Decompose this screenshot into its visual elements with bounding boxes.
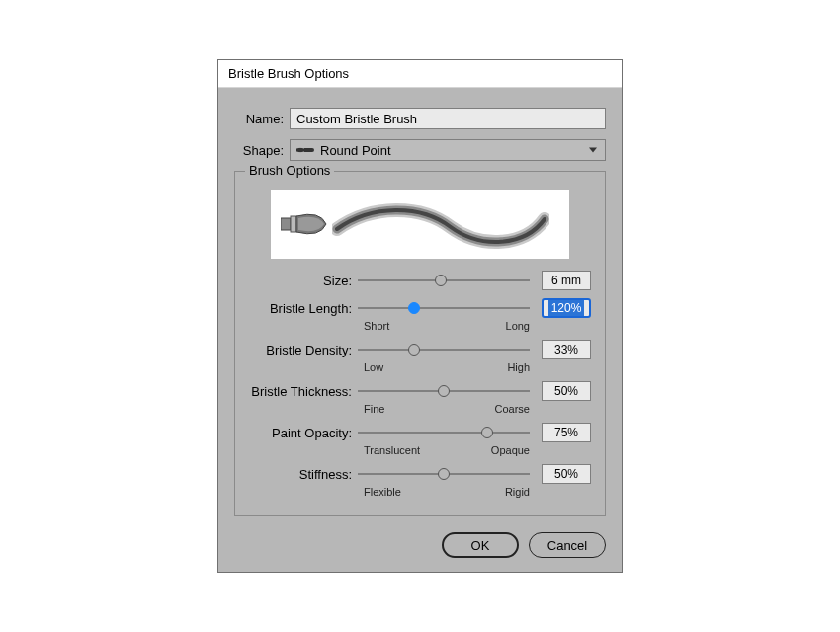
- length-range-low: Short: [364, 320, 389, 332]
- shape-select[interactable]: Round Point: [290, 139, 606, 161]
- size-slider-row: Size:6 mm: [249, 271, 591, 290]
- thickness-slider[interactable]: [358, 381, 530, 401]
- dialog-buttons: OK Cancel: [234, 532, 606, 558]
- opacity-value-input[interactable]: 75%: [542, 423, 591, 442]
- length-range-labels: ShortLong: [364, 320, 530, 332]
- opacity-label: Paint Opacity:: [249, 426, 358, 440]
- thickness-range-high: Coarse: [495, 403, 530, 415]
- shape-row: Shape: Round Point: [234, 139, 606, 161]
- opacity-slider[interactable]: [358, 423, 530, 442]
- thickness-slider-thumb[interactable]: [438, 385, 450, 397]
- density-slider[interactable]: [358, 340, 530, 359]
- thickness-range-labels: FineCoarse: [364, 403, 530, 415]
- opacity-range-low: Translucent: [364, 444, 420, 456]
- density-range-labels: LowHigh: [364, 361, 530, 373]
- density-label: Bristle Density:: [249, 343, 358, 357]
- stiffness-range-high: Rigid: [505, 486, 530, 498]
- length-slider-thumb[interactable]: [408, 302, 420, 314]
- bristle-brush-options-dialog: Bristle Brush Options Name: Shape: Round…: [217, 59, 623, 573]
- stiffness-label: Stiffness:: [249, 467, 358, 482]
- thickness-value-input[interactable]: 50%: [542, 381, 591, 401]
- opacity-range-labels: TranslucentOpaque: [364, 444, 530, 456]
- length-value-input[interactable]: 120%: [542, 298, 591, 318]
- length-slider[interactable]: [358, 298, 530, 318]
- chevron-down-icon: [589, 148, 597, 153]
- dialog-body: Name: Shape: Round Point Brush Options: [218, 88, 622, 572]
- stiffness-range-labels: FlexibleRigid: [364, 486, 530, 498]
- opacity-value-text: 75%: [554, 426, 578, 439]
- svg-rect-0: [281, 218, 291, 230]
- ok-button[interactable]: OK: [442, 532, 519, 558]
- stiffness-range-low: Flexible: [364, 486, 401, 498]
- stiffness-value-text: 50%: [554, 467, 578, 481]
- length-range-high: Long: [506, 320, 530, 332]
- density-slider-row: Bristle Density:33%: [249, 340, 591, 359]
- density-slider-thumb[interactable]: [408, 344, 420, 356]
- thickness-slider-row: Bristle Thickness:50%: [249, 381, 591, 401]
- opacity-range-high: Opaque: [491, 444, 530, 456]
- size-label: Size:: [249, 274, 358, 288]
- name-label: Name:: [234, 112, 284, 126]
- stiffness-value-input[interactable]: 50%: [542, 464, 591, 484]
- stiffness-slider-thumb[interactable]: [438, 468, 450, 480]
- length-slider-row: Bristle Length:120%: [249, 298, 591, 318]
- brush-options-fieldset: Brush Options Size:6 mmBristle Length:12…: [234, 171, 606, 516]
- size-value-text: 6 mm: [551, 274, 581, 287]
- thickness-value-text: 50%: [554, 384, 578, 398]
- stiffness-slider-row: Stiffness:50%: [249, 464, 591, 484]
- round-point-icon: [296, 145, 316, 155]
- thickness-range-low: Fine: [364, 403, 384, 415]
- opacity-slider-row: Paint Opacity:75%: [249, 423, 591, 442]
- shape-label: Shape:: [234, 143, 284, 158]
- brush-tip-icon: [281, 206, 328, 242]
- name-row: Name:: [234, 108, 606, 129]
- stiffness-slider[interactable]: [358, 464, 530, 484]
- shape-value: Round Point: [320, 143, 391, 158]
- svg-rect-1: [291, 216, 296, 232]
- size-value-input[interactable]: 6 mm: [542, 271, 591, 290]
- name-input[interactable]: [290, 108, 606, 129]
- density-range-low: Low: [364, 361, 383, 373]
- length-value-text: 120%: [548, 300, 585, 316]
- cancel-button[interactable]: Cancel: [529, 532, 606, 558]
- density-value-input[interactable]: 33%: [542, 340, 591, 359]
- density-value-text: 33%: [554, 343, 578, 356]
- fieldset-legend: Brush Options: [245, 163, 334, 178]
- brush-preview: [271, 190, 569, 259]
- thickness-label: Bristle Thickness:: [249, 384, 358, 399]
- stroke-preview-icon: [332, 199, 549, 249]
- dialog-title: Bristle Brush Options: [218, 60, 622, 88]
- opacity-slider-thumb[interactable]: [481, 427, 493, 438]
- length-label: Bristle Length:: [249, 301, 358, 316]
- density-range-high: High: [507, 361, 530, 373]
- size-slider[interactable]: [358, 271, 530, 290]
- size-slider-thumb[interactable]: [435, 275, 447, 286]
